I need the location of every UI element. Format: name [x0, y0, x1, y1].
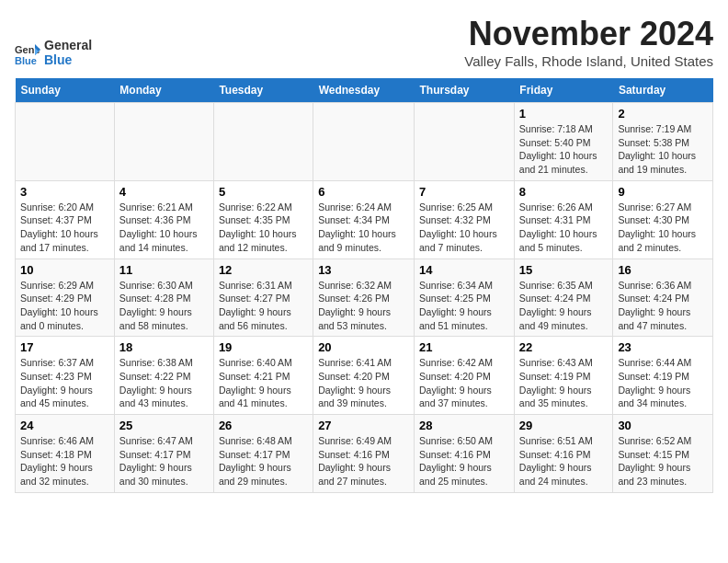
calendar-cell: 17Sunrise: 6:37 AM Sunset: 4:23 PM Dayli…	[16, 337, 115, 415]
calendar-cell: 16Sunrise: 6:36 AM Sunset: 4:24 PM Dayli…	[613, 259, 713, 337]
day-info: Sunrise: 6:27 AM Sunset: 4:30 PM Dayligh…	[618, 201, 708, 255]
calendar-cell	[213, 103, 313, 181]
day-info: Sunrise: 6:35 AM Sunset: 4:24 PM Dayligh…	[519, 279, 609, 333]
weekday-header-saturday: Saturday	[613, 78, 713, 103]
day-number: 2	[618, 107, 708, 121]
day-info: Sunrise: 6:31 AM Sunset: 4:27 PM Dayligh…	[219, 279, 308, 333]
day-info: Sunrise: 6:47 AM Sunset: 4:17 PM Dayligh…	[119, 434, 209, 488]
day-info: Sunrise: 6:48 AM Sunset: 4:17 PM Dayligh…	[219, 434, 308, 488]
day-number: 18	[119, 340, 209, 354]
day-number: 5	[219, 185, 308, 199]
day-number: 17	[20, 340, 109, 354]
location-subtitle: Valley Falls, Rhode Island, United State…	[464, 53, 713, 69]
day-number: 4	[119, 185, 209, 199]
day-number: 11	[119, 263, 209, 277]
weekday-header-sunday: Sunday	[16, 78, 115, 103]
title-area: November 2024 Valley Falls, Rhode Island…	[464, 15, 713, 69]
day-number: 25	[119, 419, 209, 432]
day-number: 14	[419, 263, 509, 277]
day-info: Sunrise: 7:18 AM Sunset: 5:40 PM Dayligh…	[519, 122, 609, 177]
calendar-cell: 20Sunrise: 6:41 AM Sunset: 4:20 PM Dayli…	[313, 337, 415, 415]
day-number: 24	[20, 419, 109, 432]
calendar-cell: 2Sunrise: 7:19 AM Sunset: 5:38 PM Daylig…	[613, 103, 713, 181]
calendar-cell: 1Sunrise: 7:18 AM Sunset: 5:40 PM Daylig…	[514, 103, 613, 181]
day-info: Sunrise: 6:26 AM Sunset: 4:31 PM Dayligh…	[519, 201, 609, 255]
day-number: 20	[318, 340, 409, 354]
day-number: 19	[219, 340, 308, 354]
calendar-cell: 30Sunrise: 6:52 AM Sunset: 4:15 PM Dayli…	[613, 415, 713, 493]
calendar-cell: 22Sunrise: 6:43 AM Sunset: 4:19 PM Dayli…	[514, 337, 613, 415]
weekday-header-friday: Friday	[514, 78, 613, 103]
day-info: Sunrise: 6:37 AM Sunset: 4:23 PM Dayligh…	[20, 356, 109, 410]
weekday-header-tuesday: Tuesday	[213, 78, 313, 103]
day-info: Sunrise: 6:51 AM Sunset: 4:16 PM Dayligh…	[519, 434, 609, 488]
calendar-cell: 27Sunrise: 6:49 AM Sunset: 4:16 PM Dayli…	[313, 415, 415, 493]
calendar-cell: 21Sunrise: 6:42 AM Sunset: 4:20 PM Dayli…	[415, 337, 515, 415]
day-number: 21	[419, 340, 509, 354]
day-number: 7	[419, 185, 509, 199]
calendar-cell	[16, 103, 115, 181]
day-info: Sunrise: 6:43 AM Sunset: 4:19 PM Dayligh…	[519, 356, 609, 410]
logo-line1: General	[44, 39, 92, 52]
calendar-cell: 28Sunrise: 6:50 AM Sunset: 4:16 PM Dayli…	[415, 415, 515, 493]
day-number: 29	[519, 419, 609, 432]
day-number: 3	[20, 185, 109, 199]
calendar-cell: 18Sunrise: 6:38 AM Sunset: 4:22 PM Dayli…	[114, 337, 213, 415]
day-number: 12	[219, 263, 308, 277]
calendar-cell	[313, 103, 415, 181]
day-info: Sunrise: 6:52 AM Sunset: 4:15 PM Dayligh…	[618, 434, 708, 488]
day-info: Sunrise: 6:32 AM Sunset: 4:26 PM Dayligh…	[318, 279, 409, 333]
day-number: 27	[318, 419, 409, 432]
calendar-cell: 14Sunrise: 6:34 AM Sunset: 4:25 PM Dayli…	[415, 259, 515, 337]
day-info: Sunrise: 6:44 AM Sunset: 4:19 PM Dayligh…	[618, 356, 708, 410]
weekday-header-thursday: Thursday	[415, 78, 515, 103]
day-info: Sunrise: 7:19 AM Sunset: 5:38 PM Dayligh…	[618, 122, 708, 177]
calendar-week-1: 1Sunrise: 7:18 AM Sunset: 5:40 PM Daylig…	[16, 103, 713, 181]
day-info: Sunrise: 6:24 AM Sunset: 4:34 PM Dayligh…	[318, 201, 409, 255]
calendar-cell: 10Sunrise: 6:29 AM Sunset: 4:29 PM Dayli…	[16, 259, 115, 337]
day-number: 6	[318, 185, 409, 199]
month-title: November 2024	[464, 15, 713, 53]
day-info: Sunrise: 6:20 AM Sunset: 4:37 PM Dayligh…	[20, 201, 109, 255]
day-info: Sunrise: 6:30 AM Sunset: 4:28 PM Dayligh…	[119, 279, 209, 333]
calendar-cell	[415, 103, 515, 181]
day-number: 13	[318, 263, 409, 277]
calendar-cell: 6Sunrise: 6:24 AM Sunset: 4:34 PM Daylig…	[313, 180, 415, 259]
day-number: 23	[618, 340, 708, 354]
calendar-cell: 13Sunrise: 6:32 AM Sunset: 4:26 PM Dayli…	[313, 259, 415, 337]
calendar-week-5: 24Sunrise: 6:46 AM Sunset: 4:18 PM Dayli…	[16, 415, 713, 493]
day-number: 8	[519, 185, 609, 199]
calendar-cell: 8Sunrise: 6:26 AM Sunset: 4:31 PM Daylig…	[514, 180, 613, 259]
day-info: Sunrise: 6:38 AM Sunset: 4:22 PM Dayligh…	[119, 356, 209, 410]
day-number: 26	[219, 419, 308, 432]
logo: General Blue General Blue	[15, 39, 92, 67]
day-info: Sunrise: 6:40 AM Sunset: 4:21 PM Dayligh…	[219, 356, 308, 410]
calendar-cell: 4Sunrise: 6:21 AM Sunset: 4:36 PM Daylig…	[114, 180, 213, 259]
calendar-cell: 23Sunrise: 6:44 AM Sunset: 4:19 PM Dayli…	[613, 337, 713, 415]
general-blue-icon: General Blue	[15, 40, 40, 66]
day-number: 1	[519, 107, 609, 121]
calendar-table: SundayMondayTuesdayWednesdayThursdayFrid…	[15, 78, 713, 493]
day-number: 10	[20, 263, 109, 277]
weekday-header-monday: Monday	[114, 78, 213, 103]
calendar-week-3: 10Sunrise: 6:29 AM Sunset: 4:29 PM Dayli…	[16, 259, 713, 337]
calendar-cell: 25Sunrise: 6:47 AM Sunset: 4:17 PM Dayli…	[114, 415, 213, 493]
calendar-cell: 15Sunrise: 6:35 AM Sunset: 4:24 PM Dayli…	[514, 259, 613, 337]
calendar-cell: 26Sunrise: 6:48 AM Sunset: 4:17 PM Dayli…	[213, 415, 313, 493]
day-info: Sunrise: 6:21 AM Sunset: 4:36 PM Dayligh…	[119, 201, 209, 255]
calendar-cell: 5Sunrise: 6:22 AM Sunset: 4:35 PM Daylig…	[213, 180, 313, 259]
calendar-cell: 3Sunrise: 6:20 AM Sunset: 4:37 PM Daylig…	[16, 180, 115, 259]
day-number: 15	[519, 263, 609, 277]
svg-text:Blue: Blue	[15, 55, 37, 66]
day-info: Sunrise: 6:25 AM Sunset: 4:32 PM Dayligh…	[419, 201, 509, 255]
weekday-header-wednesday: Wednesday	[313, 78, 415, 103]
day-info: Sunrise: 6:49 AM Sunset: 4:16 PM Dayligh…	[318, 434, 409, 488]
day-info: Sunrise: 6:50 AM Sunset: 4:16 PM Dayligh…	[419, 434, 509, 488]
day-number: 22	[519, 340, 609, 354]
calendar-cell: 29Sunrise: 6:51 AM Sunset: 4:16 PM Dayli…	[514, 415, 613, 493]
day-number: 16	[618, 263, 708, 277]
logo-line2: Blue	[44, 53, 92, 67]
calendar-week-4: 17Sunrise: 6:37 AM Sunset: 4:23 PM Dayli…	[16, 337, 713, 415]
day-number: 9	[618, 185, 708, 199]
day-number: 28	[419, 419, 509, 432]
